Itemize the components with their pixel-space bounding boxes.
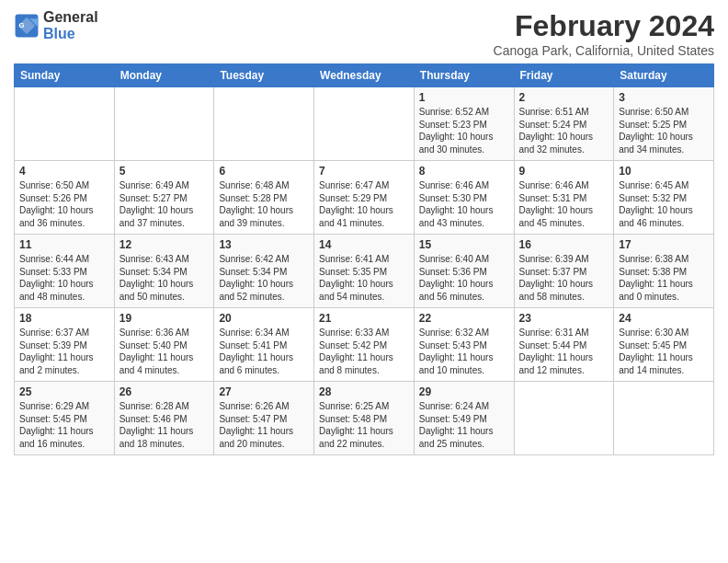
calendar-cell: [614, 382, 714, 455]
day-info: Sunrise: 6:39 AM Sunset: 5:37 PM Dayligh…: [519, 253, 609, 303]
day-info: Sunrise: 6:47 AM Sunset: 5:29 PM Dayligh…: [319, 179, 409, 229]
day-number: 14: [319, 238, 409, 251]
day-number: 13: [219, 238, 309, 251]
calendar-week-row: 25Sunrise: 6:29 AM Sunset: 5:45 PM Dayli…: [15, 382, 714, 455]
day-info: Sunrise: 6:51 AM Sunset: 5:24 PM Dayligh…: [519, 106, 609, 155]
logo: G General Blue: [14, 9, 98, 41]
day-info: Sunrise: 6:32 AM Sunset: 5:43 PM Dayligh…: [419, 327, 509, 376]
calendar-cell: 9Sunrise: 6:46 AM Sunset: 5:31 PM Daylig…: [514, 161, 614, 235]
calendar-cell: 19Sunrise: 6:36 AM Sunset: 5:40 PM Dayli…: [114, 308, 214, 382]
day-number: 27: [219, 385, 309, 398]
day-info: Sunrise: 6:24 AM Sunset: 5:49 PM Dayligh…: [419, 400, 509, 450]
calendar-cell: 3Sunrise: 6:50 AM Sunset: 5:25 PM Daylig…: [614, 87, 714, 161]
calendar-title: February 2024: [494, 9, 714, 43]
calendar-cell: 11Sunrise: 6:44 AM Sunset: 5:33 PM Dayli…: [15, 235, 115, 308]
day-number: 15: [419, 238, 509, 251]
calendar-cell: 24Sunrise: 6:30 AM Sunset: 5:45 PM Dayli…: [614, 308, 714, 382]
day-number: 19: [119, 312, 210, 325]
calendar-cell: 2Sunrise: 6:51 AM Sunset: 5:24 PM Daylig…: [514, 87, 614, 161]
day-number: 11: [19, 238, 109, 251]
weekday-header-saturday: Saturday: [614, 64, 714, 87]
day-number: 26: [119, 385, 210, 398]
day-number: 10: [619, 165, 709, 178]
calendar-cell: 4Sunrise: 6:50 AM Sunset: 5:26 PM Daylig…: [15, 161, 115, 235]
calendar-cell: 1Sunrise: 6:52 AM Sunset: 5:23 PM Daylig…: [414, 87, 514, 161]
day-info: Sunrise: 6:46 AM Sunset: 5:30 PM Dayligh…: [419, 179, 509, 229]
calendar-cell: 12Sunrise: 6:43 AM Sunset: 5:34 PM Dayli…: [114, 235, 214, 308]
calendar-cell: 22Sunrise: 6:32 AM Sunset: 5:43 PM Dayli…: [414, 308, 514, 382]
calendar-cell: 29Sunrise: 6:24 AM Sunset: 5:49 PM Dayli…: [414, 382, 514, 455]
title-block: February 2024 Canoga Park, California, U…: [494, 9, 714, 58]
calendar-week-row: 1Sunrise: 6:52 AM Sunset: 5:23 PM Daylig…: [15, 87, 714, 161]
day-info: Sunrise: 6:43 AM Sunset: 5:34 PM Dayligh…: [119, 253, 210, 303]
calendar-week-row: 4Sunrise: 6:50 AM Sunset: 5:26 PM Daylig…: [15, 161, 714, 235]
day-number: 28: [319, 385, 409, 398]
calendar-cell: [514, 382, 614, 455]
day-number: 23: [519, 312, 609, 325]
day-info: Sunrise: 6:36 AM Sunset: 5:40 PM Dayligh…: [119, 327, 210, 376]
day-info: Sunrise: 6:31 AM Sunset: 5:44 PM Dayligh…: [519, 327, 609, 376]
calendar-week-row: 18Sunrise: 6:37 AM Sunset: 5:39 PM Dayli…: [15, 308, 714, 382]
calendar-cell: 7Sunrise: 6:47 AM Sunset: 5:29 PM Daylig…: [314, 161, 415, 235]
day-info: Sunrise: 6:29 AM Sunset: 5:45 PM Dayligh…: [19, 400, 109, 450]
calendar-cell: 20Sunrise: 6:34 AM Sunset: 5:41 PM Dayli…: [214, 308, 314, 382]
day-number: 25: [19, 385, 109, 398]
weekday-header-thursday: Thursday: [414, 64, 514, 87]
day-number: 1: [419, 91, 509, 104]
weekday-header-row: SundayMondayTuesdayWednesdayThursdayFrid…: [15, 64, 714, 87]
day-number: 7: [319, 165, 409, 178]
calendar-cell: 27Sunrise: 6:26 AM Sunset: 5:47 PM Dayli…: [214, 382, 314, 455]
day-info: Sunrise: 6:38 AM Sunset: 5:38 PM Dayligh…: [619, 253, 709, 303]
day-info: Sunrise: 6:42 AM Sunset: 5:34 PM Dayligh…: [219, 253, 309, 303]
day-number: 4: [19, 165, 109, 178]
calendar-cell: 21Sunrise: 6:33 AM Sunset: 5:42 PM Dayli…: [314, 308, 415, 382]
day-number: 22: [419, 312, 509, 325]
day-number: 6: [219, 165, 309, 178]
day-info: Sunrise: 6:25 AM Sunset: 5:48 PM Dayligh…: [319, 400, 409, 450]
day-number: 17: [619, 238, 709, 251]
day-info: Sunrise: 6:33 AM Sunset: 5:42 PM Dayligh…: [319, 327, 409, 376]
calendar-cell: 17Sunrise: 6:38 AM Sunset: 5:38 PM Dayli…: [614, 235, 714, 308]
day-number: 18: [19, 312, 109, 325]
logo-text: General Blue: [43, 9, 98, 41]
calendar-week-row: 11Sunrise: 6:44 AM Sunset: 5:33 PM Dayli…: [15, 235, 714, 308]
day-info: Sunrise: 6:45 AM Sunset: 5:32 PM Dayligh…: [619, 179, 709, 229]
calendar-cell: 6Sunrise: 6:48 AM Sunset: 5:28 PM Daylig…: [214, 161, 314, 235]
day-info: Sunrise: 6:30 AM Sunset: 5:45 PM Dayligh…: [619, 327, 709, 376]
day-info: Sunrise: 6:44 AM Sunset: 5:33 PM Dayligh…: [19, 253, 109, 303]
weekday-header-wednesday: Wednesday: [314, 64, 415, 87]
calendar-cell: 14Sunrise: 6:41 AM Sunset: 5:35 PM Dayli…: [314, 235, 415, 308]
calendar-cell: [15, 87, 115, 161]
calendar-subtitle: Canoga Park, California, United States: [494, 43, 714, 58]
day-info: Sunrise: 6:50 AM Sunset: 5:25 PM Dayligh…: [619, 106, 709, 155]
calendar-cell: 23Sunrise: 6:31 AM Sunset: 5:44 PM Dayli…: [514, 308, 614, 382]
day-info: Sunrise: 6:41 AM Sunset: 5:35 PM Dayligh…: [319, 253, 409, 303]
day-number: 20: [219, 312, 309, 325]
calendar-cell: [314, 87, 415, 161]
day-info: Sunrise: 6:34 AM Sunset: 5:41 PM Dayligh…: [219, 327, 309, 376]
calendar-cell: 16Sunrise: 6:39 AM Sunset: 5:37 PM Dayli…: [514, 235, 614, 308]
logo-icon: G: [14, 13, 40, 39]
calendar-table: SundayMondayTuesdayWednesdayThursdayFrid…: [14, 63, 714, 455]
day-info: Sunrise: 6:28 AM Sunset: 5:46 PM Dayligh…: [119, 400, 210, 450]
day-info: Sunrise: 6:52 AM Sunset: 5:23 PM Dayligh…: [419, 106, 509, 155]
calendar-cell: 10Sunrise: 6:45 AM Sunset: 5:32 PM Dayli…: [614, 161, 714, 235]
day-number: 24: [619, 312, 709, 325]
day-number: 2: [519, 91, 609, 104]
calendar-cell: 8Sunrise: 6:46 AM Sunset: 5:30 PM Daylig…: [414, 161, 514, 235]
calendar-cell: 18Sunrise: 6:37 AM Sunset: 5:39 PM Dayli…: [15, 308, 115, 382]
weekday-header-tuesday: Tuesday: [214, 64, 314, 87]
day-number: 8: [419, 165, 509, 178]
header: G General Blue February 2024 Canoga Park…: [14, 9, 714, 58]
day-info: Sunrise: 6:48 AM Sunset: 5:28 PM Dayligh…: [219, 179, 309, 229]
day-number: 5: [119, 165, 210, 178]
day-number: 3: [619, 91, 709, 104]
calendar-page: G General Blue February 2024 Canoga Park…: [0, 0, 728, 563]
weekday-header-sunday: Sunday: [15, 64, 115, 87]
day-info: Sunrise: 6:26 AM Sunset: 5:47 PM Dayligh…: [219, 400, 309, 450]
day-info: Sunrise: 6:46 AM Sunset: 5:31 PM Dayligh…: [519, 179, 609, 229]
day-number: 21: [319, 312, 409, 325]
weekday-header-friday: Friday: [514, 64, 614, 87]
weekday-header-monday: Monday: [114, 64, 214, 87]
calendar-cell: 15Sunrise: 6:40 AM Sunset: 5:36 PM Dayli…: [414, 235, 514, 308]
